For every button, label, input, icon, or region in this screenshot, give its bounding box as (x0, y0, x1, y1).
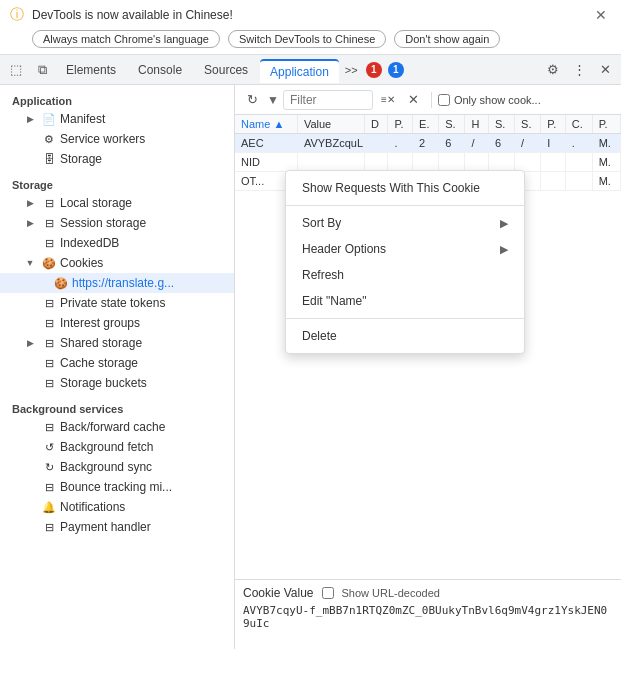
notification-bar: ⓘ DevTools is now available in Chinese! … (0, 0, 621, 55)
table-row[interactable]: NID M. (235, 153, 621, 172)
col-p2[interactable]: P. (541, 115, 566, 134)
sidebar-item-storage[interactable]: ▶ 🗄 Storage (0, 149, 234, 169)
cookie-value-text: AVYB7cqyU-f_mBB7n1RTQZ0mZC_0BUukyTnBvl6q… (243, 604, 613, 630)
context-menu-delete[interactable]: Delete (286, 323, 524, 349)
sidebar-item-bg-sync[interactable]: ▶ ↻ Background sync (0, 457, 234, 477)
settings-icon-button[interactable]: ⚙ (541, 58, 565, 82)
info-icon: ⓘ (10, 6, 24, 24)
context-menu-show-requests[interactable]: Show Requests With This Cookie (286, 175, 524, 201)
cell-p3: M. (592, 134, 620, 153)
tab-console[interactable]: Console (128, 59, 192, 81)
cell-h: / (465, 134, 488, 153)
sidebar-item-indexeddb[interactable]: ▶ ⊟ IndexedDB (0, 233, 234, 253)
col-s3[interactable]: S. (515, 115, 541, 134)
close-devtools-button[interactable]: ✕ (593, 58, 617, 82)
sidebar-label-bounce-tracking: Bounce tracking mi... (60, 480, 172, 494)
context-menu-edit-name[interactable]: Edit "Name" (286, 288, 524, 314)
sidebar-item-session-storage[interactable]: ▶ ⊟ Session storage (0, 213, 234, 233)
col-p1[interactable]: P. (388, 115, 413, 134)
sidebar-label-bg-sync: Background sync (60, 460, 152, 474)
cell-p1: . (388, 134, 413, 153)
cell-p3: M. (592, 153, 620, 172)
notification-row1: ⓘ DevTools is now available in Chinese! … (10, 6, 611, 24)
sidebar-item-translate-cookie[interactable]: ▶ 🍪 https://translate.g... (0, 273, 234, 293)
bg-fetch-icon: ↺ (42, 440, 56, 454)
filter-input[interactable] (283, 90, 373, 110)
clear-filter-button[interactable]: ≡✕ (377, 89, 399, 111)
cookie-value-label: Cookie Value (243, 586, 314, 600)
sidebar-item-bfc[interactable]: ▶ ⊟ Back/forward cache (0, 417, 234, 437)
sidebar-label-bg-fetch: Background fetch (60, 440, 153, 454)
switch-language-button[interactable]: Switch DevTools to Chinese (228, 30, 386, 48)
sidebar-item-manifest[interactable]: ▶ 📄 Manifest (0, 109, 234, 129)
sidebar-item-private-state-tokens[interactable]: ▶ ⊟ Private state tokens (0, 293, 234, 313)
col-c[interactable]: C. (565, 115, 592, 134)
storage-buckets-icon: ⊟ (42, 376, 56, 390)
sidebar-item-cookies[interactable]: ▼ 🍪 Cookies (0, 253, 234, 273)
sidebar-item-bg-fetch[interactable]: ▶ ↺ Background fetch (0, 437, 234, 457)
cell-c (565, 153, 592, 172)
sidebar-label-session-storage: Session storage (60, 216, 146, 230)
sidebar-item-notifications[interactable]: ▶ 🔔 Notifications (0, 497, 234, 517)
cell-h (465, 153, 488, 172)
context-menu-refresh[interactable]: Refresh (286, 262, 524, 288)
refresh-button[interactable]: ↻ (241, 89, 263, 111)
sidebar-label-storage: Storage (60, 152, 102, 166)
col-p3[interactable]: P. (592, 115, 620, 134)
delete-button[interactable]: ✕ (403, 89, 425, 111)
cell-name: NID (235, 153, 297, 172)
cell-s3: / (515, 134, 541, 153)
translate-cookie-icon: 🍪 (54, 276, 68, 290)
dont-show-again-button[interactable]: Don't show again (394, 30, 500, 48)
inspect-icon-button[interactable]: ⬚ (4, 58, 28, 82)
bounce-tracking-icon: ⊟ (42, 480, 56, 494)
interest-groups-icon: ⊟ (42, 316, 56, 330)
delete-label: Delete (302, 329, 337, 343)
header-options-label: Header Options (302, 242, 386, 256)
shared-storage-icon: ⊟ (42, 336, 56, 350)
bfc-icon: ⊟ (42, 420, 56, 434)
tab-elements[interactable]: Elements (56, 59, 126, 81)
tab-sources[interactable]: Sources (194, 59, 258, 81)
cell-p3: M. (592, 172, 620, 191)
more-options-button[interactable]: ⋮ (567, 58, 591, 82)
sidebar-item-shared-storage[interactable]: ▶ ⊟ Shared storage (0, 333, 234, 353)
sidebar-item-cache-storage[interactable]: ▶ ⊟ Cache storage (0, 353, 234, 373)
col-name[interactable]: Name ▲ (235, 115, 297, 134)
context-menu-sort-by[interactable]: Sort By ▶ (286, 210, 524, 236)
sidebar-item-bounce-tracking[interactable]: ▶ ⊟ Bounce tracking mi... (0, 477, 234, 497)
sidebar-section-storage: Storage (0, 175, 234, 193)
content-area: ↻ ▼ ≡✕ ✕ Only show cook... Name ▲ Value … (235, 85, 621, 649)
table-row[interactable]: AEC AVYBZcquL . 2 6 / 6 / I . M. (235, 134, 621, 153)
sidebar-label-notifications: Notifications (60, 500, 125, 514)
sidebar-item-interest-groups[interactable]: ▶ ⊟ Interest groups (0, 313, 234, 333)
cell-p2: I (541, 134, 566, 153)
col-s2[interactable]: S. (488, 115, 514, 134)
tab-overflow[interactable]: >> (341, 64, 362, 76)
cookies-expand: ▼ (24, 257, 36, 269)
sidebar-item-service-workers[interactable]: ▶ ⚙ Service workers (0, 129, 234, 149)
notification-close-button[interactable]: ✕ (591, 7, 611, 23)
device-icon-button[interactable]: ⧉ (30, 58, 54, 82)
cell-e (413, 153, 439, 172)
sidebar-item-local-storage[interactable]: ▶ ⊟ Local storage (0, 193, 234, 213)
cell-s2: 6 (488, 134, 514, 153)
sidebar-item-storage-buckets[interactable]: ▶ ⊟ Storage buckets (0, 373, 234, 393)
col-s1[interactable]: S. (439, 115, 465, 134)
payment-handler-icon: ⊟ (42, 520, 56, 534)
col-value[interactable]: Value (297, 115, 364, 134)
match-language-button[interactable]: Always match Chrome's language (32, 30, 220, 48)
tab-application[interactable]: Application (260, 59, 339, 83)
cell-s2 (488, 153, 514, 172)
local-storage-icon: ⊟ (42, 196, 56, 210)
only-show-checkbox[interactable] (438, 94, 450, 106)
sidebar-label-cache-storage: Cache storage (60, 356, 138, 370)
cookies-icon: 🍪 (42, 256, 56, 270)
col-e[interactable]: E. (413, 115, 439, 134)
col-h[interactable]: H (465, 115, 488, 134)
url-decode-checkbox[interactable] (322, 587, 334, 599)
bg-sync-icon: ↻ (42, 460, 56, 474)
context-menu-header-options[interactable]: Header Options ▶ (286, 236, 524, 262)
col-d[interactable]: D (365, 115, 388, 134)
sidebar-item-payment-handler[interactable]: ▶ ⊟ Payment handler (0, 517, 234, 537)
